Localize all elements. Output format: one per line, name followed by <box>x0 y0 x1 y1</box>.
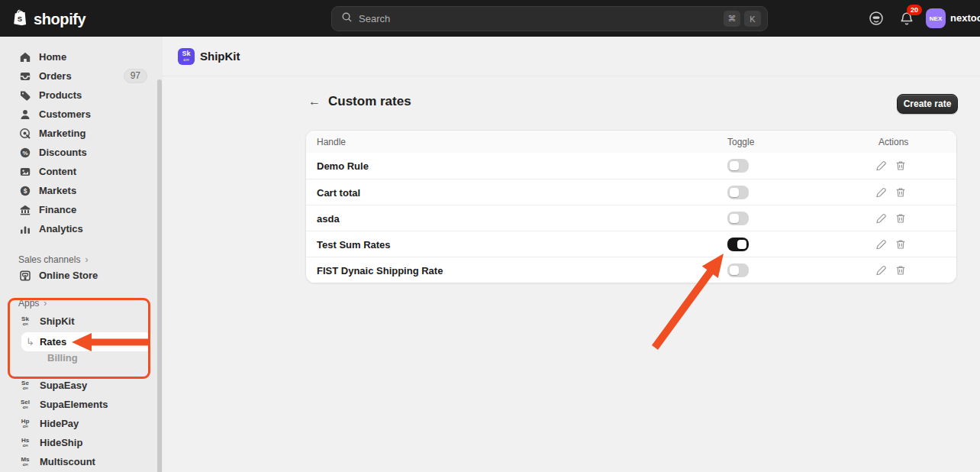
delete-trash-icon[interactable] <box>895 238 907 251</box>
notification-count-badge: 20 <box>907 5 922 15</box>
sidebar-item-hideship[interactable]: Hsc∞ HideShip <box>0 433 156 452</box>
shopify-bag-icon: S <box>12 8 30 31</box>
rate-handle: FIST Dynaic Shipping Rate <box>317 265 443 276</box>
toggle-switch[interactable] <box>727 159 749 173</box>
table-row: asda <box>306 205 956 231</box>
shipkit-app-icon: Skc∞ <box>18 315 32 328</box>
rate-handle: Test Sum Rates <box>317 239 391 251</box>
toggle-knob <box>730 214 739 223</box>
delete-trash-icon[interactable] <box>895 212 907 225</box>
finance-icon <box>18 203 31 216</box>
edit-pencil-icon[interactable] <box>875 186 887 199</box>
table-header-row: Handle Toggle Actions <box>306 131 956 153</box>
back-arrow-icon[interactable]: ← <box>308 95 321 108</box>
toggle-switch[interactable] <box>727 238 749 251</box>
kbd-cmd: ⌘ <box>724 11 740 27</box>
edit-pencil-icon[interactable] <box>875 238 887 251</box>
search-icon <box>341 11 353 26</box>
elbow-arrow-icon: ↳ <box>26 336 34 348</box>
analytics-icon <box>18 222 31 235</box>
orders-count-badge: 97 <box>124 69 147 83</box>
sidebar-item-multiscount[interactable]: Msc∞ Multiscount <box>0 452 156 471</box>
table-row: Cart total <box>306 179 956 205</box>
rate-handle: asda <box>317 213 340 225</box>
table-row: Test Sum Rates <box>306 231 956 257</box>
column-header-toggle: Toggle <box>727 137 754 147</box>
edit-pencil-icon[interactable] <box>875 212 887 225</box>
shipkit-page-icon: Skc∞ <box>178 48 195 65</box>
orders-icon <box>18 70 31 82</box>
toggle-switch[interactable] <box>727 212 749 225</box>
toggle-switch[interactable] <box>727 186 749 199</box>
marketing-icon <box>18 127 31 140</box>
chevron-right-icon: › <box>85 254 88 265</box>
sidebar-item-marketing[interactable]: Marketing <box>0 124 156 143</box>
discounts-icon: % <box>18 146 31 159</box>
app-title: ShipKit <box>200 50 240 63</box>
app-header: Skc∞ ShipKit <box>163 37 980 76</box>
delete-trash-icon[interactable] <box>895 160 907 172</box>
sidebar-item-products[interactable]: Products <box>0 86 156 105</box>
delete-trash-icon[interactable] <box>895 264 907 276</box>
shopify-admin-screen: S shopify Search ⌘ K 20 NEX nextools Hom… <box>0 0 980 472</box>
assistant-icon[interactable] <box>869 11 884 26</box>
sidebar-scrollbar[interactable] <box>157 79 162 472</box>
shopify-logo[interactable]: S shopify <box>12 8 85 31</box>
sidebar-item-analytics[interactable]: Analytics <box>0 219 156 238</box>
svg-text:S: S <box>18 15 22 23</box>
hideship-app-icon: Hsc∞ <box>18 436 32 450</box>
column-header-actions: Actions <box>878 137 908 147</box>
markets-icon: $ <box>18 184 31 197</box>
rates-table: Handle Toggle Actions Demo Rule Cart tot… <box>305 130 957 283</box>
svg-text:$: $ <box>23 187 27 195</box>
sidebar-item-finance[interactable]: Finance <box>0 200 156 219</box>
page-title: Custom rates <box>328 94 411 109</box>
sidebar-item-hidepay[interactable]: Hpc∞ HidePay <box>0 414 156 433</box>
create-rate-button[interactable]: Create rate <box>897 94 958 114</box>
avatar[interactable]: NEX <box>926 8 946 28</box>
sidebar-item-discounts[interactable]: % Discounts <box>0 143 156 162</box>
sidebar-item-rates-selected[interactable]: ↳ Rates <box>21 332 151 351</box>
sidebar-item-billing[interactable]: Billing <box>47 352 78 364</box>
toggle-knob <box>730 161 739 170</box>
content-icon <box>18 165 31 178</box>
sidebar-item-markets[interactable]: $ Markets <box>0 181 156 200</box>
sidebar-item-supaeasy[interactable]: Sec∞ SupaEasy <box>0 376 156 395</box>
sales-channels-header[interactable]: Sales channels› <box>18 254 88 265</box>
products-icon <box>18 89 31 102</box>
sidebar: Home Orders 97 Products Customers Market… <box>0 37 163 472</box>
page-head: ← Custom rates <box>308 94 411 109</box>
online-store-icon <box>18 269 31 282</box>
account-name[interactable]: nextools <box>950 12 980 24</box>
shopify-wordmark: shopify <box>34 11 85 28</box>
edit-pencil-icon[interactable] <box>875 264 887 276</box>
column-header-handle: Handle <box>317 137 346 147</box>
hidepay-app-icon: Hpc∞ <box>18 417 32 431</box>
sidebar-item-home[interactable]: Home <box>0 47 156 66</box>
supaeasy-app-icon: Sec∞ <box>18 379 32 393</box>
sidebar-item-supaelements[interactable]: Selc∞ SupaElements <box>0 395 156 414</box>
sidebar-item-shipkit[interactable]: Skc∞ ShipKit <box>0 312 156 331</box>
search-input[interactable]: Search ⌘ K <box>331 6 768 31</box>
table-row: FIST Dynaic Shipping Rate <box>306 257 956 283</box>
kbd-k: K <box>744 11 761 27</box>
rate-handle: Cart total <box>317 187 360 199</box>
delete-trash-icon[interactable] <box>895 186 907 199</box>
toggle-switch[interactable] <box>727 263 749 277</box>
toggle-knob <box>730 266 739 275</box>
supaelements-app-icon: Selc∞ <box>18 398 32 412</box>
main-content: Skc∞ ShipKit ← Custom rates Create rate … <box>163 37 980 472</box>
svg-text:%: % <box>22 149 27 156</box>
table-row: Demo Rule <box>306 153 956 179</box>
multiscount-app-icon: Msc∞ <box>18 455 32 469</box>
sidebar-item-content[interactable]: Content <box>0 162 156 181</box>
toggle-knob <box>737 240 746 249</box>
topbar: S shopify Search ⌘ K 20 NEX nextools <box>0 0 980 37</box>
customers-icon <box>18 108 31 121</box>
sidebar-item-orders[interactable]: Orders 97 <box>0 66 156 86</box>
apps-header[interactable]: Apps› <box>18 298 47 309</box>
search-placeholder: Search <box>359 13 720 24</box>
sidebar-item-online-store[interactable]: Online Store <box>0 266 156 285</box>
sidebar-item-customers[interactable]: Customers <box>0 105 156 124</box>
edit-pencil-icon[interactable] <box>875 160 887 172</box>
